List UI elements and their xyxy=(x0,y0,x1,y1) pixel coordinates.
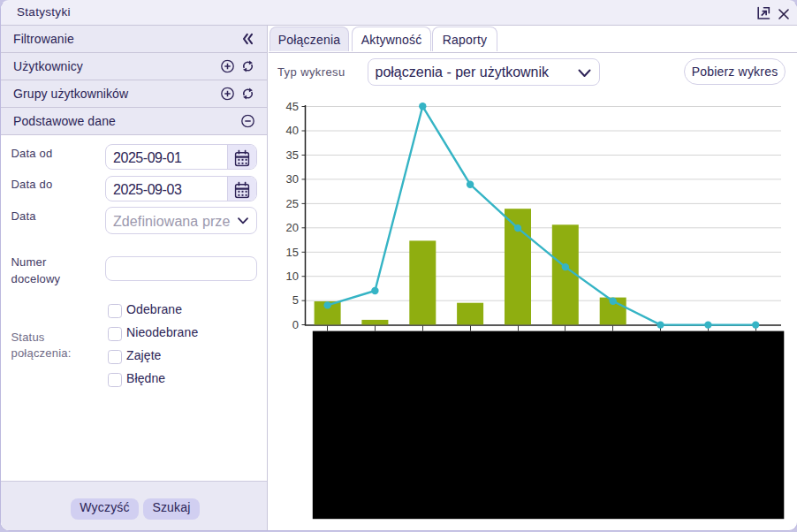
svg-text:20: 20 xyxy=(286,221,299,234)
svg-text:35: 35 xyxy=(286,148,299,162)
svg-text:15: 15 xyxy=(286,246,299,259)
svg-text:40: 40 xyxy=(286,124,299,137)
svg-text:25: 25 xyxy=(286,197,299,210)
svg-text:5: 5 xyxy=(292,293,299,307)
svg-text:0: 0 xyxy=(292,318,299,331)
svg-text:30: 30 xyxy=(286,172,299,186)
svg-text:45: 45 xyxy=(286,100,299,113)
svg-text:10: 10 xyxy=(286,270,299,283)
